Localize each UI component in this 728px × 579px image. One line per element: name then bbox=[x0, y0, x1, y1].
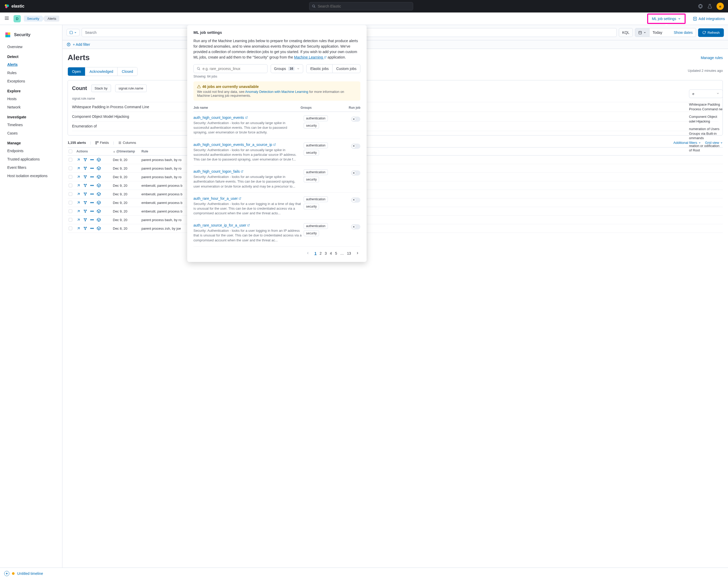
page-number[interactable]: 4 bbox=[329, 250, 334, 256]
expand-icon[interactable] bbox=[76, 201, 81, 205]
run-job-toggle[interactable]: ✕ bbox=[351, 170, 360, 176]
legend-item[interactable]: Whitespace Padding in Process Command Li… bbox=[72, 102, 719, 112]
expand-icon[interactable] bbox=[76, 226, 81, 230]
sidebar-item[interactable]: Trusted applications bbox=[0, 155, 62, 163]
query-language-toggle[interactable]: KQL bbox=[619, 28, 633, 37]
expand-icon[interactable] bbox=[76, 209, 81, 213]
row-checkbox[interactable] bbox=[69, 201, 72, 204]
cube-icon[interactable] bbox=[97, 201, 101, 205]
tab-closed[interactable]: Closed bbox=[118, 67, 137, 76]
row-checkbox[interactable] bbox=[69, 192, 72, 196]
prev-page-button[interactable] bbox=[305, 250, 311, 257]
next-page-button[interactable] bbox=[355, 250, 360, 257]
cube-icon[interactable] bbox=[97, 218, 101, 222]
row-checkbox[interactable] bbox=[69, 184, 72, 187]
run-job-toggle[interactable]: ✕ bbox=[351, 224, 360, 229]
page-number[interactable]: 2 bbox=[318, 250, 323, 256]
machine-learning-link[interactable]: Machine Learning bbox=[294, 55, 327, 59]
tab-elastic-jobs[interactable]: Elastic jobs bbox=[307, 65, 333, 73]
row-checkbox[interactable] bbox=[69, 167, 72, 170]
tab-custom-jobs[interactable]: Custom jobs bbox=[333, 65, 360, 73]
breadcrumb-security[interactable]: Security bbox=[24, 16, 44, 22]
add-filter-button[interactable]: + Add filter bbox=[73, 43, 90, 47]
ml-job-settings-button[interactable]: ML job settings bbox=[647, 14, 685, 24]
sidebar-item[interactable]: Rules bbox=[0, 69, 62, 77]
global-search-input[interactable] bbox=[318, 4, 410, 8]
group-tag[interactable]: authentication bbox=[304, 116, 328, 121]
analyze-icon[interactable] bbox=[83, 183, 87, 187]
row-checkbox[interactable] bbox=[69, 218, 72, 222]
sidebar-item-overview[interactable]: Overview bbox=[0, 43, 62, 51]
group-tag[interactable]: security bbox=[304, 123, 319, 128]
run-job-toggle[interactable]: ✕ bbox=[351, 144, 360, 149]
legend-item[interactable]: Component Object Model Hijacking bbox=[72, 112, 719, 122]
more-icon[interactable] bbox=[90, 166, 94, 170]
job-name-link[interactable]: auth_high_count_logon_events bbox=[193, 116, 248, 120]
page-number[interactable]: 13 bbox=[345, 250, 353, 256]
cube-icon[interactable] bbox=[97, 175, 101, 179]
group-tag[interactable]: authentication bbox=[304, 143, 328, 148]
date-range-display[interactable]: Today Show dates bbox=[649, 28, 696, 37]
legend-item[interactable]: Component Object odel Hijacking bbox=[689, 113, 723, 125]
tab-open[interactable]: Open bbox=[68, 67, 85, 76]
date-quick-select[interactable] bbox=[635, 28, 649, 37]
more-icon[interactable] bbox=[90, 158, 94, 162]
show-dates-link[interactable]: Show dates bbox=[674, 30, 693, 34]
more-icon[interactable] bbox=[90, 226, 94, 230]
expand-icon[interactable] bbox=[76, 166, 81, 170]
run-job-toggle[interactable]: ✕ bbox=[351, 117, 360, 122]
group-tag[interactable]: security bbox=[304, 230, 319, 236]
sidebar-item[interactable]: Network bbox=[0, 103, 62, 111]
analyze-icon[interactable] bbox=[83, 158, 87, 162]
analyze-icon[interactable] bbox=[83, 201, 87, 205]
cube-icon[interactable] bbox=[97, 166, 101, 170]
legend-item[interactable]: numeration of Users Groups via Built-in … bbox=[689, 125, 723, 142]
more-icon[interactable] bbox=[90, 209, 94, 213]
run-job-toggle[interactable]: ✕ bbox=[351, 197, 360, 203]
expand-icon[interactable] bbox=[76, 175, 81, 179]
sidebar-item[interactable]: Endpoints bbox=[0, 147, 62, 155]
group-tag[interactable]: security bbox=[304, 150, 319, 155]
space-selector[interactable]: D bbox=[14, 15, 21, 22]
job-name-link[interactable]: auth_rare_source_ip_for_a_user bbox=[193, 223, 250, 227]
anomaly-detection-link[interactable]: Anomaly Detection with Machine Learning bbox=[245, 90, 308, 94]
sidebar-item[interactable]: Hosts bbox=[0, 95, 62, 103]
legend-item[interactable]: Enumeration of bbox=[72, 122, 719, 131]
row-checkbox[interactable] bbox=[69, 227, 72, 230]
refresh-button[interactable]: Refresh bbox=[698, 28, 724, 37]
job-search[interactable] bbox=[193, 64, 267, 73]
stackby-select[interactable]: signal.rule.name bbox=[115, 84, 147, 92]
group-tag[interactable]: authentication bbox=[304, 196, 328, 202]
beaker-icon[interactable] bbox=[707, 4, 712, 9]
more-icon[interactable] bbox=[90, 175, 94, 179]
sidebar-item[interactable]: Event filters bbox=[0, 163, 62, 172]
more-icon[interactable] bbox=[90, 218, 94, 222]
expand-icon[interactable] bbox=[76, 183, 81, 187]
group-tag[interactable]: authentication bbox=[304, 169, 328, 175]
brand-logo[interactable]: elastic bbox=[4, 4, 24, 9]
user-avatar[interactable]: e bbox=[717, 3, 724, 10]
page-number[interactable]: 1 bbox=[313, 250, 318, 256]
right-select[interactable]: e bbox=[689, 90, 723, 98]
saved-query-button[interactable] bbox=[67, 29, 80, 36]
cube-icon[interactable] bbox=[97, 209, 101, 213]
sidebar-item[interactable]: Timelines bbox=[0, 121, 62, 129]
columns-button[interactable]: Columns bbox=[118, 141, 136, 145]
global-search[interactable] bbox=[309, 2, 413, 10]
cube-icon[interactable] bbox=[97, 192, 101, 196]
tab-acknowledged[interactable]: Acknowledged bbox=[85, 67, 118, 76]
group-tag[interactable]: security bbox=[304, 204, 319, 209]
sidebar-item[interactable]: Alerts bbox=[0, 60, 62, 69]
sidebar-item[interactable]: Host isolation exceptions bbox=[0, 172, 62, 180]
more-icon[interactable] bbox=[90, 192, 94, 196]
select-all-checkbox[interactable] bbox=[69, 150, 72, 153]
more-icon[interactable] bbox=[90, 183, 94, 187]
legend-item[interactable]: Whitespace Padding Process Command ne bbox=[689, 101, 723, 113]
page-number[interactable]: 5 bbox=[334, 250, 339, 256]
expand-icon[interactable] bbox=[76, 192, 81, 196]
sidebar-item[interactable]: Exceptions bbox=[0, 77, 62, 85]
cube-icon[interactable] bbox=[97, 183, 101, 187]
more-icon[interactable] bbox=[90, 201, 94, 205]
sidebar-item[interactable]: Cases bbox=[0, 129, 62, 137]
row-checkbox[interactable] bbox=[69, 158, 72, 161]
